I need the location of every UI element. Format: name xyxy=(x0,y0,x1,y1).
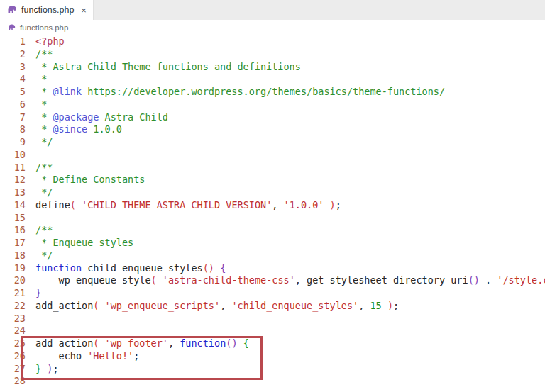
code-text: */ xyxy=(26,250,53,262)
line-number: 24 xyxy=(0,325,26,337)
code-text: <?php xyxy=(26,35,65,48)
code-text: /** xyxy=(26,162,53,174)
line-number: 12 xyxy=(0,174,26,186)
code-line[interactable]: 21} xyxy=(0,287,545,300)
code-line[interactable]: 7 * @package Astra Child xyxy=(0,111,545,124)
line-number: 9 xyxy=(0,136,26,149)
code-line[interactable]: 9 */ xyxy=(0,136,545,149)
code-text: wp_enqueue_style( 'astra-child-theme-css… xyxy=(26,274,545,287)
line-number: 6 xyxy=(0,99,26,111)
code-line[interactable]: 12 * Define Constants xyxy=(0,174,545,186)
code-text: * xyxy=(26,99,47,111)
code-text: * @since 1.0.0 xyxy=(26,123,122,136)
code-line[interactable]: 13 */ xyxy=(0,186,545,199)
php-file-icon xyxy=(7,23,16,33)
line-number: 14 xyxy=(0,199,26,212)
line-number: 10 xyxy=(0,149,26,162)
code-line[interactable]: 25add_action( 'wp_footer', function() { xyxy=(0,337,545,350)
code-line[interactable]: 11/** xyxy=(0,162,545,174)
code-text xyxy=(26,313,35,325)
line-number: 3 xyxy=(0,61,26,74)
line-number: 11 xyxy=(0,162,26,174)
code-line[interactable]: 19function child_enqueue_styles() { xyxy=(0,262,545,275)
breadcrumb-file: functions.php xyxy=(20,23,68,32)
line-number: 22 xyxy=(0,300,26,313)
line-number: 26 xyxy=(0,350,26,363)
close-icon[interactable]: × xyxy=(81,6,87,15)
code-line[interactable]: 3 * Astra Child Theme functions and defi… xyxy=(0,61,545,74)
code-text: * Enqueue styles xyxy=(26,237,133,250)
code-line[interactable]: 23 xyxy=(0,313,545,325)
code-text: } xyxy=(26,287,41,300)
tab-title: functions.php xyxy=(21,5,74,15)
code-text: } ); xyxy=(26,363,59,376)
line-number: 27 xyxy=(0,363,26,376)
code-line[interactable]: 22add_action( 'wp_enqueue_scripts', 'chi… xyxy=(0,300,545,313)
line-number: 28 xyxy=(0,375,26,388)
code-line[interactable]: 5 * @link https://developer.wordpress.or… xyxy=(0,86,545,99)
line-number: 20 xyxy=(0,274,26,287)
code-text: /** xyxy=(26,48,53,61)
code-area[interactable]: 1<?php2/**3 * Astra Child Theme function… xyxy=(0,35,545,388)
breadcrumb[interactable]: functions.php xyxy=(0,20,545,35)
code-line[interactable]: 6 * xyxy=(0,99,545,111)
line-number: 8 xyxy=(0,123,26,136)
code-text xyxy=(26,325,35,337)
code-line[interactable]: 24 xyxy=(0,325,545,337)
line-number: 15 xyxy=(0,212,26,225)
code-text: */ xyxy=(26,136,53,149)
code-text: function child_enqueue_styles() { xyxy=(26,262,226,275)
code-text: */ xyxy=(26,186,53,199)
code-line[interactable]: 1<?php xyxy=(0,35,545,48)
line-number: 4 xyxy=(0,73,26,86)
code-text xyxy=(26,375,35,388)
code-text: define( 'CHILD_THEME_ASTRA_CHILD_VERSION… xyxy=(26,199,341,212)
code-line[interactable]: 14define( 'CHILD_THEME_ASTRA_CHILD_VERSI… xyxy=(0,199,545,212)
code-line[interactable]: 18 */ xyxy=(0,250,545,262)
line-number: 16 xyxy=(0,224,26,237)
line-number: 23 xyxy=(0,313,26,325)
code-line[interactable]: 20 wp_enqueue_style( 'astra-child-theme-… xyxy=(0,274,545,287)
code-line[interactable]: 8 * @since 1.0.0 xyxy=(0,123,545,136)
code-text: add_action( 'wp_footer', function() { xyxy=(26,337,249,350)
line-number: 19 xyxy=(0,262,26,275)
code-line[interactable]: 16/** xyxy=(0,224,545,237)
code-line[interactable]: 26 echo 'Hello!'; xyxy=(0,350,545,363)
line-number: 21 xyxy=(0,287,26,300)
line-number: 5 xyxy=(0,86,26,99)
code-text: * xyxy=(26,73,47,86)
line-number: 13 xyxy=(0,186,26,199)
line-number: 1 xyxy=(0,35,26,48)
code-text: add_action( 'wp_enqueue_scripts', 'child… xyxy=(26,300,399,313)
php-file-icon xyxy=(6,4,18,17)
code-line[interactable]: 27} ); xyxy=(0,363,545,376)
code-text: echo 'Hello!'; xyxy=(26,350,139,363)
code-text: * Define Constants xyxy=(26,174,145,186)
tab-functions-php[interactable]: functions.php × xyxy=(0,0,94,20)
line-number: 2 xyxy=(0,48,26,61)
code-line[interactable]: 2/** xyxy=(0,48,545,61)
tab-bar: functions.php × xyxy=(0,0,545,20)
code-text xyxy=(26,212,35,225)
line-number: 18 xyxy=(0,250,26,262)
code-line[interactable]: 10 xyxy=(0,149,545,162)
line-number: 7 xyxy=(0,111,26,124)
code-line[interactable]: 4 * xyxy=(0,73,545,86)
code-text: * @package Astra Child xyxy=(26,111,168,124)
code-text xyxy=(26,149,35,162)
code-text: * Astra Child Theme functions and defini… xyxy=(26,61,301,74)
code-text: /** xyxy=(26,224,53,237)
code-text: * @link https://developer.wordpress.org/… xyxy=(26,86,445,99)
line-number: 25 xyxy=(0,337,26,350)
code-line[interactable]: 28 xyxy=(0,375,545,388)
code-line[interactable]: 15 xyxy=(0,212,545,225)
code-line[interactable]: 17 * Enqueue styles xyxy=(0,237,545,250)
line-number: 17 xyxy=(0,237,26,250)
